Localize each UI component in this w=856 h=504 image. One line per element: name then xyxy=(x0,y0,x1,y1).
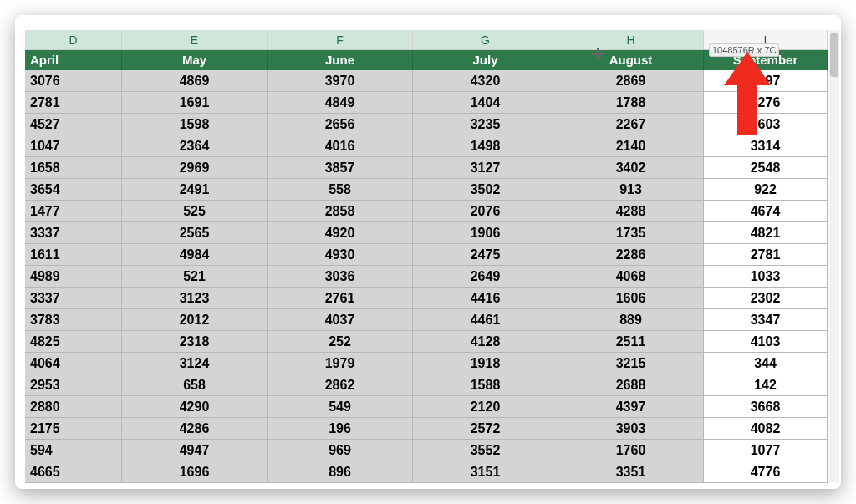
table-row[interactable]: 333725654920190617354821 xyxy=(25,222,828,244)
cell[interactable]: 2548 xyxy=(704,157,828,179)
cell[interactable]: 2565 xyxy=(122,222,268,244)
cell[interactable]: 2076 xyxy=(413,201,558,222)
cell[interactable]: 2858 xyxy=(268,201,413,222)
cell[interactable]: 4103 xyxy=(704,331,828,353)
cell[interactable]: 2862 xyxy=(268,374,413,396)
cell[interactable]: 2140 xyxy=(558,135,704,157)
cell[interactable]: 2880 xyxy=(25,396,122,418)
cell[interactable]: 594 xyxy=(25,440,122,461)
cell[interactable]: 1404 xyxy=(413,92,558,114)
cell[interactable]: 4527 xyxy=(25,114,122,135)
cell[interactable]: 2286 xyxy=(558,244,704,266)
cell[interactable]: 2869 xyxy=(558,70,704,92)
month-header-july[interactable]: July xyxy=(413,50,558,70)
cell[interactable]: 3124 xyxy=(122,353,268,374)
cell[interactable]: 525 xyxy=(122,201,268,222)
cell[interactable]: 1691 xyxy=(122,92,268,114)
cell[interactable]: 3337 xyxy=(25,222,122,244)
cell[interactable]: 4989 xyxy=(25,266,122,288)
table-row[interactable]: 307648693970432028692097 xyxy=(25,70,828,92)
cell[interactable]: 4276 xyxy=(704,92,828,114)
data-body[interactable]: 3076486939704320286920972781169148491404… xyxy=(25,70,828,483)
cell[interactable]: 3036 xyxy=(268,266,413,288)
cell[interactable]: 1077 xyxy=(704,440,828,461)
month-header-june[interactable]: June xyxy=(268,50,413,70)
cell[interactable]: 2953 xyxy=(25,374,122,396)
cell[interactable]: 3127 xyxy=(413,157,558,179)
cell[interactable]: 3351 xyxy=(558,461,704,483)
table-row[interactable]: 37832012403744618893347 xyxy=(25,309,828,331)
cell[interactable]: 3402 xyxy=(558,157,704,179)
cell[interactable]: 4674 xyxy=(704,201,828,222)
cell[interactable]: 1033 xyxy=(704,266,828,288)
cell[interactable]: 4416 xyxy=(413,288,558,309)
table-row[interactable]: 48252318252412825114103 xyxy=(25,331,828,353)
cell[interactable]: 252 xyxy=(268,331,413,353)
table-row[interactable]: 14775252858207642884674 xyxy=(25,201,828,222)
month-header-august[interactable]: August xyxy=(558,50,704,70)
cell[interactable]: 1606 xyxy=(558,288,704,309)
cell[interactable]: 2761 xyxy=(268,288,413,309)
table-row[interactable]: 365424915583502913922 xyxy=(25,179,828,201)
cell[interactable]: 1611 xyxy=(25,244,122,266)
cell[interactable]: 4665 xyxy=(25,461,122,483)
table-row[interactable]: 28804290549212043973668 xyxy=(25,396,828,418)
cell[interactable]: 658 xyxy=(122,374,268,396)
table-row[interactable]: 2953658286215882688142 xyxy=(25,374,828,396)
column-header-h[interactable]: H xyxy=(558,30,704,49)
vertical-scrollbar[interactable] xyxy=(829,30,839,482)
cell[interactable]: 3552 xyxy=(413,440,558,461)
month-header-may[interactable]: May xyxy=(122,50,268,70)
cell[interactable]: 2097 xyxy=(704,70,828,92)
cell[interactable]: 2302 xyxy=(704,288,828,309)
cell[interactable]: 3970 xyxy=(268,70,413,92)
cell[interactable]: 142 xyxy=(704,374,828,396)
cell[interactable]: 4082 xyxy=(704,418,828,440)
cell[interactable]: 1598 xyxy=(122,114,268,135)
cell[interactable]: 1477 xyxy=(25,201,122,222)
table-row[interactable]: 452715982656323522673603 xyxy=(25,114,828,135)
column-header-d[interactable]: D xyxy=(25,30,122,49)
table-row[interactable]: 5944947969355217601077 xyxy=(25,440,828,461)
scrollbar-thumb[interactable] xyxy=(830,33,838,77)
cell[interactable]: 3603 xyxy=(704,114,828,135)
table-row[interactable]: 165829693857312734022548 xyxy=(25,157,828,179)
cell[interactable]: 3123 xyxy=(122,288,268,309)
cell[interactable]: 2175 xyxy=(25,418,122,440)
cell[interactable]: 1047 xyxy=(25,135,122,157)
cell[interactable]: 2781 xyxy=(704,244,828,266)
cell[interactable]: 4821 xyxy=(704,222,828,244)
cell[interactable]: 2491 xyxy=(122,179,268,201)
cell[interactable]: 1979 xyxy=(268,353,413,374)
cell[interactable]: 4288 xyxy=(558,201,704,222)
cell[interactable]: 969 xyxy=(268,440,413,461)
cell[interactable]: 3502 xyxy=(413,179,558,201)
cell[interactable]: 3215 xyxy=(558,353,704,374)
cell[interactable]: 4037 xyxy=(268,309,413,331)
cell[interactable]: 3076 xyxy=(25,70,122,92)
cell[interactable]: 1498 xyxy=(413,135,558,157)
cell[interactable]: 2572 xyxy=(413,418,558,440)
cell[interactable]: 2475 xyxy=(413,244,558,266)
cell[interactable]: 3668 xyxy=(704,396,828,418)
cell[interactable]: 196 xyxy=(268,418,413,440)
column-header-e[interactable]: E xyxy=(122,30,268,49)
cell[interactable]: 1696 xyxy=(122,461,268,483)
cell[interactable]: 4320 xyxy=(413,70,558,92)
cell[interactable]: 1588 xyxy=(413,374,558,396)
cell[interactable]: 4064 xyxy=(25,353,122,374)
table-row[interactable]: 333731232761441616062302 xyxy=(25,288,828,309)
cell[interactable]: 889 xyxy=(558,309,704,331)
cell[interactable]: 2511 xyxy=(558,331,704,353)
cell[interactable]: 913 xyxy=(558,179,704,201)
spreadsheet-grid[interactable]: DEFGHI AprilMayJuneJulyAugustSeptember 3… xyxy=(25,30,828,483)
cell[interactable]: 1906 xyxy=(413,222,558,244)
cell[interactable]: 3783 xyxy=(25,309,122,331)
cell[interactable]: 1918 xyxy=(413,353,558,374)
cell[interactable]: 4776 xyxy=(704,461,828,483)
cell[interactable]: 4984 xyxy=(122,244,268,266)
cell[interactable]: 2649 xyxy=(413,266,558,288)
cell[interactable]: 549 xyxy=(268,396,413,418)
cell[interactable]: 4068 xyxy=(558,266,704,288)
cell[interactable]: 2969 xyxy=(122,157,268,179)
